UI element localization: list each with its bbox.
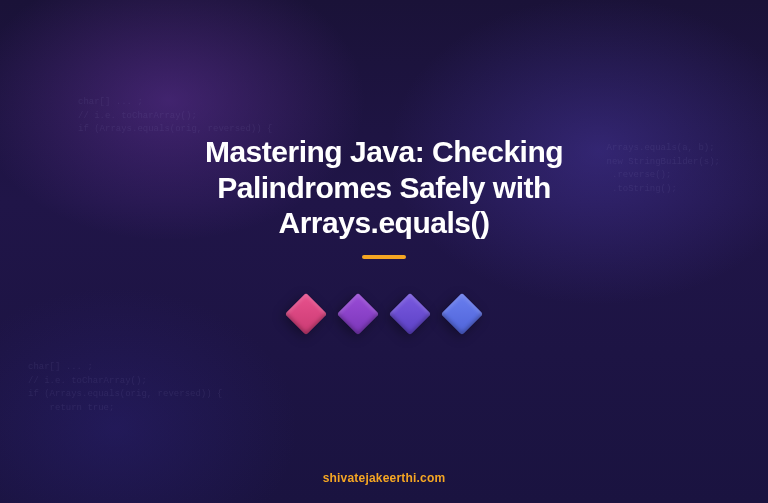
title-underline [362, 255, 406, 259]
content-area: Mastering Java: Checking Palindromes Saf… [0, 0, 768, 503]
diamond-icon [441, 292, 483, 334]
diamond-icon [337, 292, 379, 334]
footer-domain: shivatejakeerthi.com [0, 471, 768, 485]
diamond-icon [389, 292, 431, 334]
diamond-icon [285, 292, 327, 334]
page-title: Mastering Java: Checking Palindromes Saf… [124, 134, 644, 240]
diamond-row [291, 299, 477, 329]
